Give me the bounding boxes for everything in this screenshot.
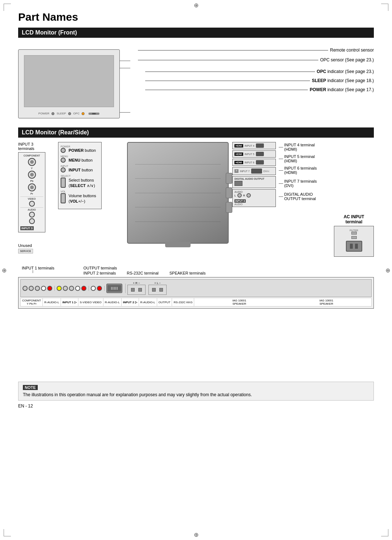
ac-prong-2 (355, 244, 358, 249)
vol-button-label: Volume buttons (69, 194, 96, 198)
reg-mark-bottom: ⊕ (194, 531, 199, 538)
monitor-rear-body (127, 142, 229, 244)
opc-sensor-label: OPC sensor (See page 23.) (318, 57, 374, 62)
ac-input-label: AC INPUTterminal (344, 214, 364, 224)
input7-label: INPUT 7 terminals(DVI) (279, 179, 317, 188)
input5-tag: INPUT 5 (245, 153, 254, 155)
ac-input-area: AC INPUTterminal FILTER (232, 214, 374, 257)
dvi-port (251, 169, 262, 174)
input3-box: COMPONENT Y Pb Pr VIDEO AUDIO INPUT 3 (18, 152, 45, 232)
iag-label: IAG 10001 (232, 299, 246, 302)
input7-label-text: INPUT 7 terminals(DVI) (284, 179, 317, 188)
callout-sleep-indicator: SLEEP indicator (See page 18.) (145, 78, 374, 83)
svideo-label: S-VIDEO VIDEO (80, 301, 102, 304)
i1-conn-4 (41, 286, 46, 291)
vol-button-row: Volume buttons (VOL+/−) (61, 193, 99, 204)
page-title: Part Names (18, 11, 374, 23)
select-button-row: Select buttons (SELECT ∧/∨) (61, 177, 99, 188)
speaker-r: + R − (127, 281, 146, 295)
input7-row: ⠿ INPUT 7 DVI-I (232, 167, 276, 175)
audio-connectors: L R (234, 193, 274, 198)
hdmi-logo-4: HDMI (234, 144, 243, 147)
connector-pb (28, 171, 36, 179)
service-label: SERVICE (18, 249, 33, 253)
audio-label-r: AUDIO (234, 191, 274, 193)
audio-l-conn (237, 193, 242, 198)
component-strip-label: COMPONENT (22, 299, 41, 302)
speaker-strip-labels: IAG 10001 SPEAKER IAG 10001 SPEAKER (196, 299, 370, 305)
vol-ctrl-btn (61, 193, 66, 203)
vol-button-sublabel: (VOL+/−) (69, 199, 85, 203)
speaker-l-text: SPEAKER (319, 302, 333, 305)
opc-indicator-label: OPC indicator (See page 23.) (315, 69, 374, 74)
input4-row: HDMI INPUT 4 (232, 142, 276, 149)
select-section-label: SELECT (61, 175, 99, 177)
corner-mark-tl (4, 4, 11, 11)
line-indicators (119, 112, 130, 113)
input3-terminal-label: INPUT 3terminals (18, 142, 54, 151)
hdmi4-port (256, 143, 264, 148)
callout-opc-sensor: OPC sensor (See page 23.) (138, 57, 374, 62)
input-ctrl-btn (61, 167, 66, 172)
handle-3 (226, 202, 232, 213)
right-inputs-layout: HDMI INPUT 4 HDMI INPUT 5 HDMI INPUT 6 (232, 142, 374, 207)
i2-conn-5 (81, 286, 86, 291)
reg-mark-top: ⊕ (194, 2, 199, 9)
ac-outlet (346, 241, 362, 252)
spk-r-plus (131, 288, 135, 292)
terminal-strip-box: + R − + L − (18, 277, 374, 309)
rear-handles (226, 173, 232, 213)
menu-button-row: MENU button (61, 158, 99, 163)
sleep-button-circle (68, 112, 71, 115)
terminal-label-strip: COMPONENT Y Pb Pr R-AUDIO-L INPUT 1 ▷ S-… (20, 298, 372, 306)
lr-label: L (234, 194, 236, 197)
video-connector (29, 201, 35, 207)
input4-line (279, 147, 283, 147)
digital-audio-line (279, 196, 283, 197)
hdmi5-port (256, 152, 264, 156)
hdmi6-port (256, 160, 264, 165)
vent-lines (135, 150, 221, 236)
power-section-label: POWER (61, 145, 99, 148)
corner-mark-br (381, 529, 388, 536)
i1-conn-2 (29, 286, 34, 291)
handle-1 (226, 173, 232, 184)
ac-input-container: AC INPUTterminal FILTER (334, 214, 374, 257)
reg-mark-left: ⊕ (2, 267, 7, 273)
callout-remote-sensor: Remote control sensor (138, 48, 374, 53)
label-svideo: S-VIDEO VIDEO (78, 298, 103, 306)
input4-label: INPUT 4 terminal(HDMI) (279, 143, 317, 151)
remote-sensor-label: Remote control sensor (328, 48, 374, 53)
label-component: COMPONENT Y Pb Pr (21, 298, 43, 306)
audio-input8-row: AUDIO L R INPUT 8 AUDIO (232, 189, 276, 207)
speaker-l-block (148, 285, 167, 295)
rear-stand (165, 242, 191, 247)
audio-tag-small: AUDIO (234, 203, 274, 206)
input2-strip-label: INPUT 2 ▷ (123, 301, 137, 304)
ac-switch-1 (351, 232, 357, 235)
note-text: The illustrations in this operation manu… (23, 392, 369, 397)
input6-label: INPUT 6 terminals(HDMI) (279, 166, 317, 175)
i1-conn-3 (35, 286, 40, 291)
label-raudio: R-AUDIO-L (43, 298, 61, 306)
label-input2: INPUT 2 ▷ (122, 298, 139, 306)
pb-sub: Pb (29, 302, 33, 305)
select-button-label: Select buttons (69, 178, 94, 182)
power-ctrl-btn (61, 148, 66, 153)
audio-connector-r (29, 218, 35, 224)
select-button-sublabel: (SELECT ∧/∨) (69, 183, 95, 188)
terminal-labels-row: INPUT 1 terminals OUTPUT terminals INPUT… (18, 266, 374, 275)
audio-connector-l (29, 212, 35, 218)
spk-r-minus (138, 288, 142, 292)
opc-button-circle (82, 112, 85, 115)
control-box: POWER POWER button MENU MENU button INPU… (58, 142, 102, 209)
menu-button-label: MENU button (69, 158, 93, 162)
y-sub: Y (26, 302, 28, 305)
page-number: EN - 12 (18, 403, 374, 409)
corner-mark-tr (381, 4, 388, 11)
input6-tag: INPUT 6 (245, 161, 254, 164)
handle-2 (226, 187, 232, 198)
right-labels-col: INPUT 4 terminal(HDMI) INPUT 5 terminal(… (279, 142, 317, 201)
component-label: COMPONENT (20, 154, 43, 157)
component-sub: Y Pb Pr (26, 302, 36, 305)
